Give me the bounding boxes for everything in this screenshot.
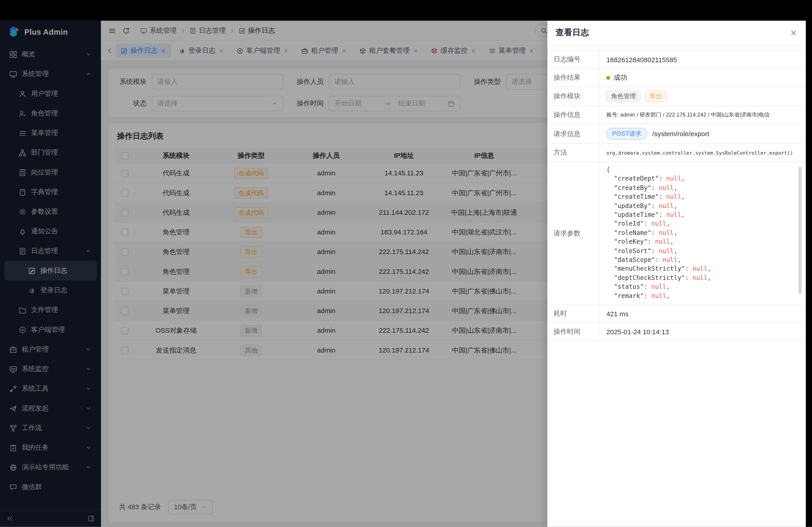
http-method-tag: POST请求 [606, 128, 647, 140]
request-url: /system/role/export [652, 130, 709, 137]
detail-value: 1882612840802115585 [606, 56, 677, 63]
log-detail-table: 日志编号1882612840802115585操作结果成功操作模块角色管理导出操… [548, 50, 806, 341]
screen: Plus Admin 概览系统管理用户管理角色管理菜单管理部门管理岗位管理字典管… [0, 0, 812, 527]
detail-value: 2025-01-24 10:14:13 [606, 328, 669, 336]
drawer-close-button[interactable] [790, 29, 797, 37]
detail-row-method: 方法org.dromara.system.controller.system.S… [548, 144, 806, 162]
detail-label: 操作结果 [548, 69, 599, 86]
detail-row-params: 请求参数{ "createDept": null, "createBy": nu… [548, 162, 806, 305]
detail-label: 请求信息 [548, 124, 599, 144]
detail-value: org.dromara.system.controller.system.Sys… [606, 150, 793, 155]
request-params-json: { "createDept": null, "createBy": null, … [606, 166, 799, 301]
detail-label: 方法 [548, 144, 599, 161]
detail-value: 成功 [614, 73, 627, 82]
detail-label: 操作模块 [548, 87, 599, 106]
detail-row-module: 操作模块角色管理导出 [548, 87, 806, 106]
detail-value: 421 ms [606, 310, 628, 317]
drawer-title: 查看日志 [556, 28, 589, 38]
detail-row-info: 操作信息账号: admin / 研发部门 / 222.175.114.242 /… [548, 106, 806, 124]
drawer-header: 查看日志 [548, 21, 806, 46]
detail-row-log-id: 日志编号1882612840802115585 [548, 51, 806, 69]
detail-value: 账号: admin / 研发部门 / 222.175.114.242 / 中国|… [606, 111, 769, 119]
detail-row-request: 请求信息POST请求/system/role/export [548, 124, 806, 144]
module-tag: 角色管理 [606, 91, 641, 102]
detail-label: 日志编号 [548, 51, 599, 68]
detail-label: 操作时间 [548, 323, 599, 341]
status-dot-icon [606, 76, 610, 79]
detail-label: 请求参数 [548, 162, 599, 304]
view-log-drawer: 查看日志 日志编号1882612840802115585操作结果成功操作模块角色… [548, 21, 806, 527]
module-tag: 导出 [644, 91, 666, 102]
detail-row-duration: 耗时421 ms [548, 305, 806, 323]
detail-label: 耗时 [548, 305, 599, 322]
detail-row-result: 操作结果成功 [548, 69, 806, 87]
json-scrollbar[interactable] [798, 167, 802, 294]
detail-row-time: 操作时间2025-01-24 10:14:13 [548, 323, 806, 341]
detail-label: 操作信息 [548, 106, 599, 124]
